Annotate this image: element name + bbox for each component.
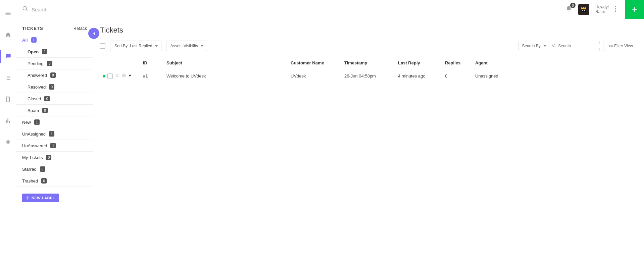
table-row[interactable]: #1Welcome to UVdeskUVdesk26-Jun 04:58pm4…	[100, 69, 637, 83]
svg-point-0	[583, 10, 583, 11]
notifications-button[interactable]: 0	[565, 5, 572, 13]
topbar-right: 0 Howdy! Rami	[565, 0, 638, 19]
sidebar-filter-resolved[interactable]: Resolved0	[16, 81, 93, 93]
sidebar: TICKETS Back All1Open1Pending0Answered0R…	[16, 19, 93, 260]
row-checkbox[interactable]	[107, 73, 113, 79]
table-search: ×	[549, 41, 600, 51]
nav-apps[interactable]	[0, 136, 16, 149]
sidebar-filter-all[interactable]: All1	[16, 34, 93, 46]
username-text: Rami	[595, 9, 609, 14]
filter-count-badge: 0	[40, 166, 45, 172]
source-icon	[121, 73, 126, 79]
sidebar-header: TICKETS Back	[16, 26, 93, 34]
filter-count-badge: 1	[34, 119, 40, 125]
sidebar-filter-starred[interactable]: Starred0	[16, 163, 93, 175]
topbar: 0 Howdy! Rami	[16, 0, 644, 19]
sidebar-filter-open[interactable]: Open1	[16, 46, 93, 58]
global-search-input[interactable]	[32, 7, 166, 12]
cell-customer: UVdesk	[288, 69, 342, 83]
filter-count-badge: 0	[47, 61, 52, 66]
filter-label: My Tickets	[22, 155, 43, 160]
col-subject[interactable]: Subject	[164, 57, 288, 69]
svg-point-3	[615, 8, 616, 9]
sidebar-filter-unassigned[interactable]: UnAssigned1	[16, 128, 93, 140]
filter-count-badge: 1	[42, 49, 47, 54]
sidebar-filter-trashed[interactable]: Trashed0	[16, 175, 93, 187]
cell-agent: Unassigned	[473, 69, 637, 83]
create-button[interactable]	[625, 0, 644, 19]
sidebar-filter-closed[interactable]: Closed0	[16, 93, 93, 105]
page-title: Tickets	[100, 26, 637, 35]
col-replies[interactable]: Replies	[442, 57, 473, 69]
col-agent[interactable]: Agent	[473, 57, 637, 69]
nav-reports[interactable]	[0, 114, 16, 127]
priority-icon	[128, 73, 132, 79]
filter-view-label: Filter View	[614, 44, 633, 48]
sidebar-filter-my-tickets[interactable]: My Tickets0	[16, 152, 93, 163]
svg-point-4	[615, 10, 616, 12]
sidebar-filter-new[interactable]: New1	[16, 116, 93, 128]
cell-lastreply: 4 minutes ago	[395, 69, 442, 83]
search-icon	[22, 6, 28, 13]
nav-knowledgebase[interactable]	[0, 93, 16, 106]
filter-label: Closed	[28, 96, 41, 101]
sidebar-filter-answered[interactable]: Answered0	[16, 69, 93, 81]
sidebar-filter-spam[interactable]: Spam0	[16, 105, 93, 116]
col-customer[interactable]: Customer Name	[288, 57, 342, 69]
nav-home[interactable]	[0, 28, 16, 42]
back-button[interactable]: Back	[73, 26, 87, 31]
filter-label: Answered	[28, 73, 47, 78]
search-by-dropdown[interactable]: Search By:	[518, 41, 550, 51]
filter-count-badge: 0	[44, 96, 50, 101]
filter-view-button[interactable]: Filter View	[603, 41, 637, 51]
status-dot-icon	[103, 75, 105, 77]
user-menu-button[interactable]	[615, 6, 616, 13]
filter-count-badge: 1	[50, 143, 56, 148]
back-label: Back	[77, 26, 87, 31]
filter-list: All1Open1Pending0Answered0Resolved0Close…	[16, 34, 93, 187]
select-all-checkbox[interactable]	[100, 43, 105, 49]
new-label-button[interactable]: NEW LABEL	[22, 194, 59, 202]
table-header-row: ID Subject Customer Name Timestamp Last …	[100, 57, 637, 69]
main: Tickets Sort By: Last Replied Assets Vis…	[93, 19, 644, 260]
filter-label: UnAnswered	[22, 143, 47, 148]
filter-count-badge: 0	[49, 84, 54, 90]
greeting: Howdy! Rami	[595, 5, 609, 14]
sidebar-title: TICKETS	[22, 26, 43, 31]
filter-label: New	[22, 120, 31, 125]
tickets-table: ID Subject Customer Name Timestamp Last …	[100, 57, 637, 83]
assets-visibility-dropdown[interactable]: Assets Visibility	[166, 41, 207, 51]
table-search-input[interactable]	[558, 44, 608, 48]
col-id[interactable]: ID	[140, 57, 164, 69]
filter-count-badge: 0	[41, 178, 47, 184]
filter-count-badge: 1	[49, 131, 54, 137]
filter-label: All	[22, 38, 28, 43]
sort-dropdown[interactable]: Sort By: Last Replied	[110, 41, 161, 51]
sidebar-filter-pending[interactable]: Pending0	[16, 58, 93, 69]
menu-toggle[interactable]	[0, 7, 16, 20]
filter-count-badge: 0	[42, 108, 48, 113]
star-icon[interactable]	[115, 73, 119, 79]
nav-lists[interactable]	[0, 71, 16, 85]
search-icon	[552, 43, 556, 49]
col-timestamp[interactable]: Timestamp	[342, 57, 395, 69]
col-lastreply[interactable]: Last Reply	[395, 57, 442, 69]
svg-point-1	[584, 10, 585, 11]
avatar[interactable]	[578, 4, 589, 15]
toolbar-right: Search By: × Filter View	[518, 41, 638, 51]
collapse-sidebar-button[interactable]	[88, 28, 99, 39]
filter-label: UnAssigned	[22, 132, 46, 137]
sidebar-filter-unanswered[interactable]: UnAnswered1	[16, 140, 93, 152]
cell-timestamp: 26-Jun 04:58pm	[342, 69, 395, 83]
filter-count-badge: 0	[46, 155, 51, 160]
filter-label: Pending	[28, 61, 44, 66]
toolbar-left: Sort By: Last Replied Assets Visibility	[100, 41, 207, 51]
nav-tickets[interactable]	[0, 50, 16, 63]
icon-rail	[0, 0, 16, 260]
filter-label: Spam	[28, 108, 39, 113]
cell-subject: Welcome to UVdesk	[164, 69, 288, 83]
notification-count-badge: 0	[570, 3, 576, 8]
global-search	[22, 6, 565, 13]
svg-point-2	[615, 6, 616, 7]
filter-count-badge: 0	[50, 72, 56, 78]
